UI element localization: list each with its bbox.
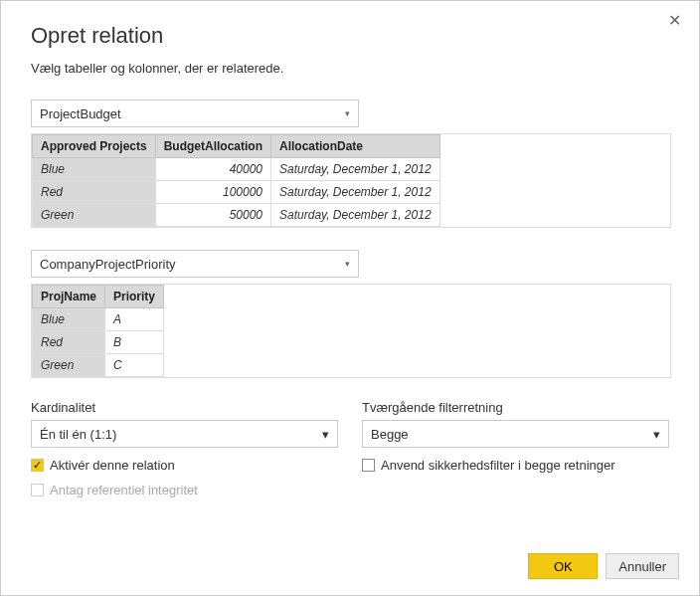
checkbox-icon bbox=[362, 459, 375, 472]
ok-button[interactable]: OK bbox=[528, 553, 598, 579]
table-cell: Saturday, December 1, 2012 bbox=[271, 181, 440, 204]
table1-select-value: ProjectBudget bbox=[40, 106, 121, 121]
create-relationship-dialog: ✕ Opret relation Vælg tabeller og kolonn… bbox=[0, 0, 700, 596]
cardinality-label: Kardinalitet bbox=[31, 400, 338, 415]
table-cell: Green bbox=[33, 354, 105, 377]
dialog-footer: OK Annuller bbox=[528, 553, 679, 579]
dialog-subtitle: Vælg tabeller og kolonner, der er relate… bbox=[31, 61, 669, 76]
table-cell: B bbox=[105, 331, 164, 354]
crossfilter-value: Begge bbox=[371, 427, 409, 442]
table2-grid: ProjName Priority Blue A Red B Green bbox=[32, 285, 164, 377]
crossfilter-column: Tværgående filterretning Begge ▾ Anvend … bbox=[362, 400, 669, 497]
activate-relation-checkbox-row[interactable]: ✓ Aktivér denne relation bbox=[31, 458, 338, 473]
cardinality-select[interactable]: Én til én (1:1) ▾ bbox=[31, 420, 338, 448]
table-row[interactable]: Green C bbox=[33, 354, 164, 377]
table2-header-row: ProjName Priority bbox=[33, 286, 164, 308]
table-row[interactable]: Blue A bbox=[33, 308, 164, 331]
table2-preview: ProjName Priority Blue A Red B Green bbox=[31, 284, 671, 378]
checkbox-icon bbox=[31, 484, 44, 497]
table1-grid: Approved Projects BudgetAllocation Alloc… bbox=[32, 134, 440, 227]
chevron-down-icon: ▾ bbox=[345, 108, 350, 118]
table1-header-row: Approved Projects BudgetAllocation Alloc… bbox=[33, 135, 440, 158]
cardinality-column: Kardinalitet Én til én (1:1) ▾ ✓ Aktivér… bbox=[31, 400, 338, 497]
table-cell: Saturday, December 1, 2012 bbox=[271, 204, 440, 227]
table-cell: Green bbox=[33, 204, 156, 227]
table-cell: Blue bbox=[33, 158, 156, 181]
table-cell: A bbox=[105, 308, 164, 331]
table1-select[interactable]: ProjectBudget ▾ bbox=[31, 99, 359, 127]
table-row[interactable]: Blue 40000 Saturday, December 1, 2012 bbox=[33, 158, 440, 181]
table-row[interactable]: Red B bbox=[33, 331, 164, 354]
table2-header: ProjName bbox=[33, 286, 105, 308]
table2-select[interactable]: CompanyProjectPriority ▾ bbox=[31, 250, 359, 278]
table1-header: AllocationDate bbox=[271, 135, 440, 158]
table-cell: C bbox=[105, 354, 164, 377]
table-row[interactable]: Green 50000 Saturday, December 1, 2012 bbox=[33, 204, 440, 227]
table2-select-value: CompanyProjectPriority bbox=[40, 257, 176, 272]
table1-preview: Approved Projects BudgetAllocation Alloc… bbox=[31, 133, 671, 228]
table-cell: 40000 bbox=[155, 158, 270, 181]
table-cell: 100000 bbox=[155, 181, 270, 204]
crossfilter-label: Tværgående filterretning bbox=[362, 400, 669, 415]
chevron-down-icon: ▾ bbox=[322, 427, 329, 442]
referential-integrity-label: Antag referentiel integritet bbox=[50, 483, 198, 497]
dialog-content: Opret relation Vælg tabeller og kolonner… bbox=[1, 1, 699, 497]
chevron-down-icon: ▾ bbox=[345, 259, 350, 269]
table-cell: Red bbox=[33, 181, 156, 204]
cancel-button[interactable]: Annuller bbox=[606, 553, 679, 579]
security-filter-checkbox-row[interactable]: Anvend sikkerhedsfilter i begge retninge… bbox=[362, 458, 669, 473]
table-cell: Blue bbox=[33, 308, 105, 331]
table2-header: Priority bbox=[105, 286, 164, 308]
close-icon[interactable]: ✕ bbox=[662, 9, 687, 32]
activate-relation-label: Aktivér denne relation bbox=[50, 458, 175, 473]
dialog-title: Opret relation bbox=[31, 23, 669, 49]
options-row: Kardinalitet Én til én (1:1) ▾ ✓ Aktivér… bbox=[31, 400, 669, 497]
cardinality-value: Én til én (1:1) bbox=[40, 427, 116, 442]
table-cell: 50000 bbox=[155, 204, 270, 227]
table-row[interactable]: Red 100000 Saturday, December 1, 2012 bbox=[33, 181, 440, 204]
table1-header: Approved Projects bbox=[33, 135, 156, 158]
table-cell: Saturday, December 1, 2012 bbox=[271, 158, 440, 181]
crossfilter-select[interactable]: Begge ▾ bbox=[362, 420, 669, 448]
referential-integrity-checkbox-row: Antag referentiel integritet bbox=[31, 483, 338, 497]
table-cell: Red bbox=[33, 331, 105, 354]
table1-header: BudgetAllocation bbox=[155, 135, 270, 158]
security-filter-label: Anvend sikkerhedsfilter i begge retninge… bbox=[381, 458, 615, 473]
checkbox-checked-icon: ✓ bbox=[31, 459, 44, 472]
chevron-down-icon: ▾ bbox=[653, 427, 660, 442]
